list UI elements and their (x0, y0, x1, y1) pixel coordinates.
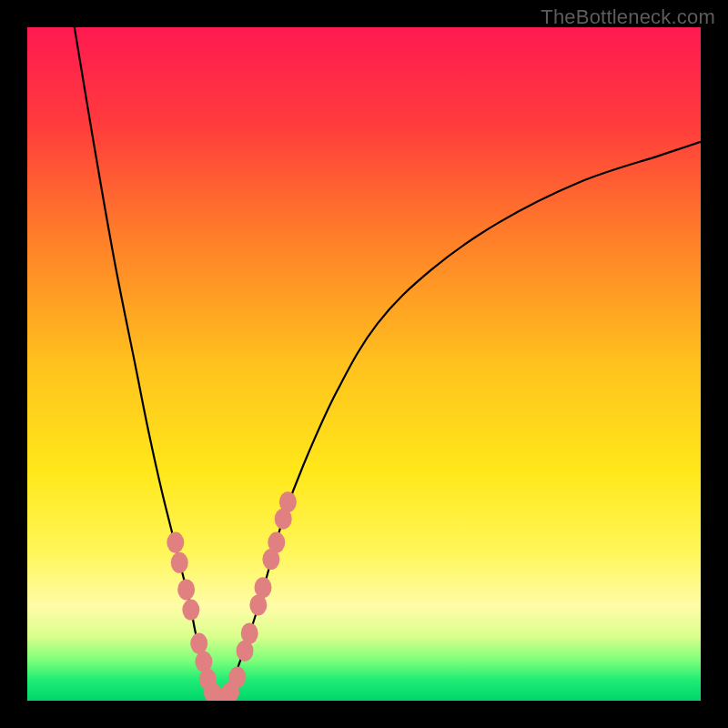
chart-plot-area (27, 27, 701, 701)
marker-dot (195, 652, 212, 672)
chart-frame: TheBottleneck.com (0, 0, 728, 728)
watermark-label: TheBottleneck.com (541, 5, 715, 29)
chart-svg (27, 27, 701, 701)
marker-dot (190, 633, 207, 654)
marker-dot (241, 623, 258, 644)
gradient-background (27, 27, 701, 701)
marker-dot (228, 667, 246, 688)
marker-dot (268, 532, 285, 553)
marker-dot (177, 579, 195, 600)
marker-dot (279, 491, 297, 512)
marker-dot (255, 577, 272, 598)
marker-dot (171, 552, 188, 573)
marker-dot (167, 532, 184, 553)
marker-dot (182, 600, 199, 621)
